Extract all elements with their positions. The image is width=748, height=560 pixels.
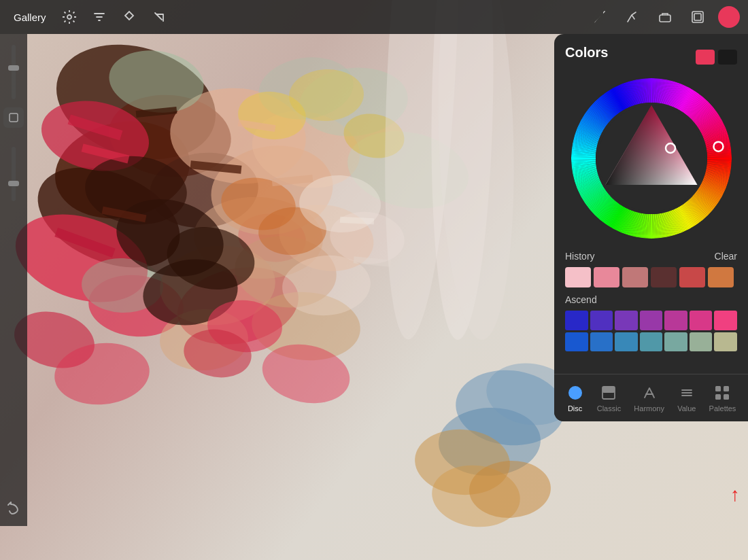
ascend-cell-1-4[interactable] (640, 311, 663, 330)
brush-tool-button[interactable] (588, 5, 612, 29)
ascend-cell-1-6[interactable] (690, 311, 713, 330)
brush-opacity-slider[interactable] (12, 147, 16, 201)
history-swatch-4[interactable] (651, 267, 677, 287)
ascend-cell-1-2[interactable] (590, 311, 613, 330)
color-wheel-container[interactable] (570, 77, 733, 240)
top-toolbar: Gallery (0, 0, 537, 34)
classic-tab-icon (600, 384, 617, 402)
ascend-label: Ascend (565, 294, 737, 305)
right-toolbar (537, 0, 748, 34)
ascend-cell-1-1[interactable] (565, 311, 588, 330)
harmony-tab-icon (641, 384, 658, 402)
disc-tab-label: Disc (568, 404, 582, 413)
left-tool-1[interactable] (3, 107, 24, 128)
color-tabs: Disc Classic Harmony (554, 374, 748, 421)
value-tab-label: Value (677, 404, 696, 413)
colors-panel-title: Colors (565, 45, 608, 60)
svg-point-0 (67, 15, 71, 19)
svg-rect-8 (602, 387, 615, 393)
ascend-cell-1-5[interactable] (664, 311, 687, 330)
classic-tab-label: Classic (597, 404, 621, 413)
tab-value[interactable]: Value (672, 380, 701, 417)
history-swatch-2[interactable] (594, 267, 619, 287)
left-toolbar (0, 34, 27, 526)
brush-size-thumb[interactable] (8, 65, 19, 71)
tab-harmony[interactable]: Harmony (628, 380, 670, 417)
ascend-cell-1-7[interactable] (714, 311, 737, 330)
eraser-tool-button[interactable] (653, 5, 677, 29)
harmony-tab-label: Harmony (634, 404, 664, 413)
svg-rect-10 (724, 386, 729, 391)
ascend-cell-2-1[interactable] (565, 332, 588, 352)
colors-panel: Colors History Clear Ascend (554, 34, 748, 421)
gallery-button[interactable]: Gallery (8, 12, 52, 23)
ascend-cell-2-7[interactable] (714, 332, 737, 352)
history-label: History (565, 251, 595, 262)
history-header: History Clear (565, 251, 737, 262)
history-colors (565, 267, 737, 287)
ascend-cell-2-2[interactable] (590, 332, 613, 352)
current-color-swatch[interactable] (696, 50, 715, 65)
selection-button[interactable] (117, 5, 141, 29)
palettes-tab-label: Palettes (709, 404, 736, 413)
ascend-cell-2-5[interactable] (664, 332, 687, 352)
svg-rect-12 (724, 394, 729, 400)
ascend-cell-2-6[interactable] (690, 332, 713, 352)
tab-palettes[interactable]: Palettes (704, 380, 742, 417)
history-swatch-6[interactable] (708, 267, 734, 287)
ascend-section: Ascend (565, 294, 737, 351)
brush-size-slider[interactable] (12, 45, 16, 99)
history-swatch-1[interactable] (565, 267, 591, 287)
svg-rect-4 (10, 113, 18, 122)
layers-button[interactable] (685, 5, 710, 29)
adjustments-button[interactable] (87, 5, 112, 29)
svg-rect-3 (694, 14, 701, 20)
undo-button[interactable] (3, 497, 24, 518)
history-swatch-5[interactable] (679, 267, 705, 287)
transform-button[interactable] (147, 5, 171, 29)
settings-button[interactable] (57, 5, 82, 29)
tab-disc[interactable]: Disc (561, 380, 590, 417)
color-swatches-row (696, 50, 737, 65)
svg-point-6 (573, 390, 578, 396)
svg-rect-11 (715, 394, 721, 400)
smudge-tool-button[interactable] (620, 5, 645, 29)
palettes-tab-icon (713, 384, 731, 402)
clear-button[interactable]: Clear (715, 251, 737, 262)
ascend-cell-2-4[interactable] (640, 332, 663, 352)
svg-rect-9 (715, 386, 721, 391)
brush-opacity-thumb[interactable] (8, 181, 19, 186)
tab-classic[interactable]: Classic (592, 380, 626, 417)
previous-color-swatch[interactable] (718, 50, 737, 65)
svg-rect-1 (660, 15, 670, 22)
ascend-cell-1-3[interactable] (615, 311, 638, 330)
value-tab-icon (678, 384, 696, 402)
ascend-palette-grid (565, 311, 737, 351)
history-section: History Clear (565, 251, 737, 287)
color-indicator[interactable] (718, 6, 740, 28)
history-swatch-3[interactable] (622, 267, 648, 287)
disc-tab-icon (566, 384, 584, 402)
ascend-cell-2-3[interactable] (615, 332, 638, 352)
